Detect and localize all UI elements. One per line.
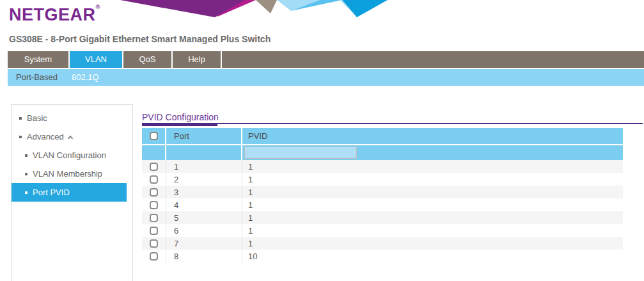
filter-checkbox-cell (142, 145, 166, 160)
bullet-icon (25, 191, 27, 194)
pvid-cell: 1 (242, 198, 623, 211)
filter-pvid-cell (242, 145, 623, 160)
sidebar-item-basic[interactable]: Basic (12, 109, 132, 127)
table-row: 1 1 (142, 160, 623, 173)
pvid-cell: 1 (242, 237, 623, 250)
pvid-cell: 1 (242, 224, 623, 237)
row-checkbox[interactable] (150, 201, 158, 209)
port-cell: 1 (166, 160, 242, 173)
sidebar-item-label: VLAN Configuration (33, 150, 106, 160)
pvid-cell: 1 (242, 186, 623, 198)
pvid-table: Port PVID 1 1 2 1 3 1 4 1 (142, 128, 623, 262)
table-row: 5 1 (142, 211, 623, 224)
sidebar: Basic Advanced VLAN Configuration VLAN M… (11, 104, 133, 281)
select-all-checkbox[interactable] (150, 132, 158, 140)
sidebar-item-label: VLAN Membership (33, 169, 102, 179)
table-row: 3 1 (142, 186, 623, 198)
pvid-cell: 1 (242, 173, 623, 186)
row-checkbox[interactable] (150, 227, 158, 235)
table-row: 6 1 (142, 224, 623, 237)
pvid-edit-row (142, 145, 623, 160)
main-nav: System VLAN QoS Help (8, 51, 644, 68)
header-checkbox-cell (142, 128, 166, 144)
row-checkbox[interactable] (150, 175, 158, 184)
table-row: 4 1 (142, 198, 623, 211)
port-cell: 3 (166, 186, 242, 198)
port-cell: 4 (166, 198, 242, 211)
filter-port-cell (166, 145, 242, 160)
title-rule-accent (142, 123, 217, 126)
subnav-item-port-based[interactable]: Port-Based (16, 69, 58, 86)
nav-tab-vlan[interactable]: VLAN (70, 51, 123, 68)
sidebar-item-vlan-configuration[interactable]: VLAN Configuration (12, 146, 132, 165)
nav-tab-system[interactable]: System (8, 51, 70, 68)
table-header-row: Port PVID (142, 128, 623, 145)
pvid-cell: 1 (242, 211, 623, 224)
nav-tab-help[interactable]: Help (173, 51, 222, 68)
switch-admin-page: NETGEAR® GS308E - 8-Port Gigabit Etherne… (0, 0, 644, 281)
port-cell: 2 (166, 173, 242, 186)
registered-mark: ® (96, 4, 100, 10)
row-checkbox[interactable] (150, 214, 158, 222)
sidebar-item-label: Port PVID (33, 188, 70, 197)
sidebar-item-advanced[interactable]: Advanced (12, 127, 132, 146)
table-row: 8 10 (142, 250, 623, 262)
row-checkbox[interactable] (150, 252, 158, 261)
sidebar-item-vlan-membership[interactable]: VLAN Membership (12, 165, 132, 183)
port-cell: 7 (166, 237, 242, 250)
page-title: PVID Configuration (142, 112, 219, 122)
sidebar-item-port-pvid[interactable]: Port PVID (12, 183, 127, 202)
subnav-item-8021q[interactable]: 802.1Q (72, 69, 99, 86)
bullet-icon (25, 154, 27, 157)
nav-tab-qos[interactable]: QoS (123, 51, 173, 68)
pvid-cell: 10 (242, 250, 623, 262)
row-checkbox[interactable] (150, 163, 158, 171)
column-header-port: Port (166, 128, 242, 144)
table-row: 2 1 (142, 173, 623, 186)
product-title: GS308E - 8-Port Gigabit Ethernet Smart M… (9, 34, 271, 44)
chevron-up-icon (68, 136, 73, 141)
port-cell: 6 (166, 224, 242, 237)
table-row: 7 1 (142, 237, 623, 250)
pvid-input[interactable] (244, 147, 357, 159)
netgear-logo-text: NETGEAR (9, 5, 96, 24)
bullet-icon (19, 136, 22, 138)
sidebar-item-label: Basic (27, 113, 47, 123)
pvid-cell: 1 (242, 160, 623, 173)
netgear-logo: NETGEAR® (9, 4, 100, 25)
port-cell: 8 (166, 250, 242, 262)
bullet-icon (25, 173, 27, 175)
port-cell: 5 (166, 211, 242, 224)
row-checkbox[interactable] (150, 239, 158, 248)
row-checkbox[interactable] (150, 188, 158, 197)
bullet-icon (19, 117, 22, 120)
vlan-subnav: Port-Based 802.1Q (8, 69, 644, 86)
sidebar-item-label: Advanced (27, 132, 64, 141)
column-header-pvid: PVID (242, 128, 623, 144)
